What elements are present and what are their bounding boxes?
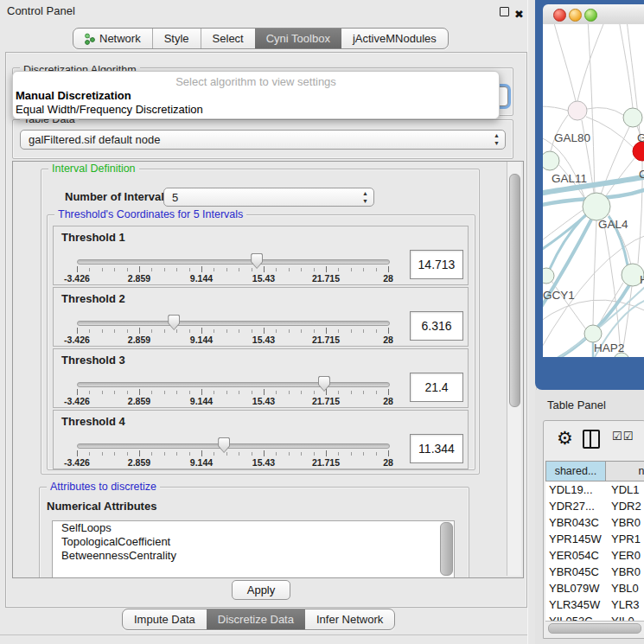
tab-select[interactable]: Select [201,29,255,48]
table-row[interactable]: YLR345WYLR3 [545,596,644,613]
cyni-bottom-tabbar: Impute Data Discretize Data Infer Networ… [122,609,395,630]
label-gal-partial: GA [637,131,644,144]
network-canvas[interactable]: GAL80 GA C GAL11 GAL4 GCY1 H HAP2 [543,24,644,357]
combobox-arrows-icon: ▲▼ [362,189,368,205]
network-graph: GAL80 GA C GAL11 GAL4 GCY1 H HAP2 [543,24,644,357]
screen: Control Panel ✖ Network Style Select Cyn… [0,0,644,644]
table-panel-title: Table Panel [547,399,606,411]
algorithm-dropdown-placeholder: Select algorithm to view settings [13,74,499,89]
node-red[interactable] [633,142,644,161]
threshold-4-value-input[interactable] [410,434,463,463]
attribute-list-item[interactable]: TopologicalCoefficient [53,535,454,549]
network-icon [85,33,95,45]
node-gal80[interactable] [568,101,587,120]
slider-track[interactable] [77,259,390,265]
node-gal4[interactable] [583,193,610,220]
attribute-list-item[interactable]: BetweennessCentrality [53,549,454,563]
label-gal80: GAL80 [554,131,590,144]
select-columns-icon[interactable]: ☑☑ [612,430,634,443]
tab-infer-network[interactable]: Infer Network [305,609,394,629]
tab-discretize-data[interactable]: Discretize Data [207,609,305,629]
table-row[interactable]: YDR27...YDR2 [545,498,644,514]
label-c-partial: C [639,168,644,181]
window-minimize-icon[interactable] [569,9,582,22]
table-hscrollbar-thumb[interactable] [548,623,641,634]
slider-tick-labels: -3.4262.8599.14415.4321.71528 [77,273,388,284]
label-gal11: GAL11 [552,172,587,185]
algorithm-dropdown-popup: Select algorithm to view settings Manual… [12,71,500,119]
close-icon[interactable]: ✖ [514,3,524,26]
slider-ticks [77,450,388,457]
tab-style[interactable]: Style [152,29,201,48]
table-row[interactable]: YBL079WYBL0 [545,580,644,596]
threshold-1-value-input[interactable] [410,250,463,279]
combobox-arrows-icon: ▲▼ [494,131,500,147]
threshold-4-slider[interactable]: -3.4262.8599.14415.4321.71528 [77,411,390,470]
network-window-titlebar[interactable] [543,4,644,25]
apply-button[interactable]: Apply [232,580,290,600]
panel-scrollbar[interactable] [507,162,521,576]
dropdown-option-equal-width-frequency[interactable]: Equal Width/Frequency Discretization [13,103,499,117]
node-gcy1[interactable] [543,268,554,284]
slider-tick-labels: -3.4262.8599.14415.4321.71528 [77,396,388,406]
list-scrollbar[interactable] [440,522,453,576]
settings-scroll-panel: Interval Definition Number of Intervals … [12,161,524,578]
column-header-name[interactable]: na [606,461,644,481]
slider-tick-labels: -3.4262.8599.14415.4321.71528 [77,457,388,468]
attributes-to-discretize-group: Attributes to discretize Numerical Attri… [39,487,469,578]
window-zoom-icon[interactable] [584,9,597,22]
interval-definition-group: Interval Definition Number of Intervals … [41,169,480,475]
number-of-intervals-combobox[interactable]: 5 ▲▼ [163,188,374,207]
threshold-2-panel: Threshold 2 -3.4262.8599.14415.4321.7152… [53,287,469,347]
table-browser-window: ⚙ ☑☑ shared... na YDL19...YDL1YDR27...YD… [543,420,644,639]
threshold-3-value-input[interactable] [410,373,463,402]
node-gal[interactable] [623,108,642,127]
table-row[interactable]: YDL19...YDL1 [545,481,644,498]
slider-track[interactable] [77,382,390,387]
column-header-shared-name[interactable]: shared... [545,461,606,481]
table-row[interactable]: YER054CYER0 [545,547,644,564]
tab-impute-data[interactable]: Impute Data [123,609,207,629]
table-row[interactable]: YPR145WYPR1 [545,531,644,547]
threshold-1-slider[interactable]: -3.4262.8599.14415.4321.71528 [77,226,390,286]
tab-jactivemnodules[interactable]: jActiveMNodules [341,29,448,48]
gear-icon[interactable]: ⚙ [557,428,573,449]
numerical-attributes-list[interactable]: SelfLoopsTopologicalCoefficientBetweenne… [52,520,455,578]
columns-icon[interactable] [583,430,600,449]
table-data-combobox[interactable]: galFiltered.sif default node ▲▼ [20,130,506,150]
float-window-icon[interactable] [500,7,509,16]
dropdown-option-manual-discretization[interactable]: Manual Discretization [13,89,499,103]
table-body: YDL19...YDL1YDR27...YDR2YBR043CYBR0YPR14… [545,481,644,621]
thresholds-group: Threshold's Coordinates for 5 Intervals … [47,214,475,470]
threshold-3-panel: Threshold 3 -3.4262.8599.14415.4321.7152… [53,348,469,408]
label-gcy1: GCY1 [543,289,575,302]
tab-network-label: Network [99,32,141,45]
control-panel-tabbar: Network Style Select Cyni Toolbox jActiv… [73,28,449,49]
label-gal4: GAL4 [598,218,628,231]
attribute-list-item[interactable]: SelfLoops [53,521,454,535]
panel-scrollbar-thumb[interactable] [509,174,520,407]
slider-track[interactable] [77,321,390,326]
window-close-icon[interactable] [553,9,566,22]
slider-ticks [77,389,388,396]
node-gal11[interactable] [543,151,559,170]
node-hap2[interactable] [584,325,602,342]
table-horizontal-scrollbar[interactable] [545,621,644,634]
tab-cyni-toolbox[interactable]: Cyni Toolbox [255,29,341,48]
threshold-4-panel: Threshold 4 -3.4262.8599.14415.4321.7152… [53,410,469,469]
tab-network[interactable]: Network [73,29,152,48]
label-hap2: HAP2 [594,341,624,354]
table-row[interactable]: YBR043CYBR0 [545,514,644,531]
table-header-row: shared... na [545,461,644,481]
thresholds-group-title: Threshold's Coordinates for 5 Intervals [54,208,246,220]
threshold-1-panel: Threshold 1 -3.4262.8599.14415.4321.7152… [53,226,469,285]
threshold-2-slider[interactable]: -3.4262.8599.14415.4321.71528 [77,288,390,348]
threshold-3-slider[interactable]: -3.4262.8599.14415.4321.71528 [77,349,390,409]
label-h-partial: H [640,273,644,286]
table-panel: Table Panel ⚙ ☑☑ shared... na YDL19...YD… [535,390,644,644]
threshold-2-value-input[interactable] [410,311,463,341]
table-row[interactable]: YBR045CYBR0 [545,564,644,580]
slider-track[interactable] [77,443,390,449]
table-row[interactable]: YIL053CYIL0 [545,613,644,621]
interval-definition-group-title: Interval Definition [48,163,139,175]
